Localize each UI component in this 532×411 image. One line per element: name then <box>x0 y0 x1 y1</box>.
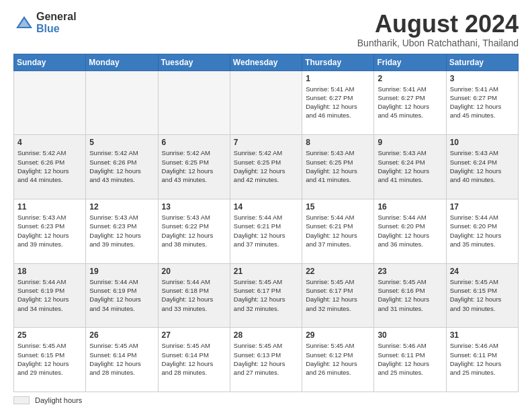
day-number: 17 <box>450 202 515 212</box>
day-number: 22 <box>306 267 370 276</box>
legend-label: Daylight hours <box>35 396 82 404</box>
day-number: 4 <box>17 138 82 147</box>
day-info: Sunrise: 5:46 AM Sunset: 6:11 PM Dayligh… <box>450 341 515 377</box>
day-info: Sunrise: 5:41 AM Sunset: 6:27 PM Dayligh… <box>450 85 515 120</box>
logo-text: General Blue <box>36 11 77 34</box>
calendar-day: 23Sunrise: 5:45 AM Sunset: 6:16 PM Dayli… <box>374 263 446 328</box>
day-info: Sunrise: 5:45 AM Sunset: 6:16 PM Dayligh… <box>378 277 442 313</box>
day-number: 26 <box>89 330 154 340</box>
day-header: Wednesday <box>230 54 302 71</box>
calendar-day: 8Sunrise: 5:43 AM Sunset: 6:25 PM Daylig… <box>302 135 374 199</box>
day-number: 18 <box>17 267 82 276</box>
calendar-day: 14Sunrise: 5:44 AM Sunset: 6:21 PM Dayli… <box>230 199 302 263</box>
day-info: Sunrise: 5:43 AM Sunset: 6:23 PM Dayligh… <box>17 213 82 248</box>
title-section: August 2024 Buntharik, Ubon Ratchathani,… <box>357 11 519 48</box>
day-number: 21 <box>234 267 298 276</box>
calendar-day: 4Sunrise: 5:42 AM Sunset: 6:26 PM Daylig… <box>14 135 86 199</box>
calendar-week: 4Sunrise: 5:42 AM Sunset: 6:26 PM Daylig… <box>14 135 519 199</box>
location: Buntharik, Ubon Ratchathani, Thailand <box>357 38 519 48</box>
month-year: August 2024 <box>357 11 519 38</box>
day-number: 25 <box>17 330 82 340</box>
calendar-day: 17Sunrise: 5:44 AM Sunset: 6:20 PM Dayli… <box>446 199 518 263</box>
day-number: 27 <box>162 330 226 340</box>
day-info: Sunrise: 5:45 AM Sunset: 6:15 PM Dayligh… <box>17 341 82 377</box>
day-number: 1 <box>306 74 370 83</box>
legend-box <box>13 396 30 404</box>
calendar-week: 1Sunrise: 5:41 AM Sunset: 6:27 PM Daylig… <box>14 71 519 135</box>
calendar-day: 19Sunrise: 5:44 AM Sunset: 6:19 PM Dayli… <box>86 263 158 328</box>
day-info: Sunrise: 5:44 AM Sunset: 6:20 PM Dayligh… <box>378 213 442 248</box>
day-number: 6 <box>162 138 226 147</box>
logo-blue: Blue <box>36 23 77 35</box>
day-info: Sunrise: 5:45 AM Sunset: 6:14 PM Dayligh… <box>162 341 226 377</box>
day-info: Sunrise: 5:45 AM Sunset: 6:17 PM Dayligh… <box>234 277 298 313</box>
day-number: 3 <box>450 74 515 83</box>
calendar-day: 22Sunrise: 5:45 AM Sunset: 6:17 PM Dayli… <box>302 263 374 328</box>
day-header: Sunday <box>14 54 86 71</box>
day-info: Sunrise: 5:44 AM Sunset: 6:19 PM Dayligh… <box>89 277 154 313</box>
calendar-table: SundayMondayTuesdayWednesdayThursdayFrid… <box>13 54 519 392</box>
calendar-day <box>230 71 302 135</box>
calendar-day: 24Sunrise: 5:45 AM Sunset: 6:15 PM Dayli… <box>446 263 518 328</box>
day-info: Sunrise: 5:45 AM Sunset: 6:14 PM Dayligh… <box>89 341 154 377</box>
day-number: 11 <box>17 202 82 212</box>
calendar-day: 16Sunrise: 5:44 AM Sunset: 6:20 PM Dayli… <box>374 199 446 263</box>
calendar-day: 1Sunrise: 5:41 AM Sunset: 6:27 PM Daylig… <box>302 71 374 135</box>
calendar-day <box>158 71 230 135</box>
day-number: 9 <box>378 138 442 147</box>
calendar-day: 18Sunrise: 5:44 AM Sunset: 6:19 PM Dayli… <box>14 263 86 328</box>
day-header: Tuesday <box>158 54 230 71</box>
day-info: Sunrise: 5:44 AM Sunset: 6:20 PM Dayligh… <box>450 213 515 248</box>
day-info: Sunrise: 5:43 AM Sunset: 6:24 PM Dayligh… <box>378 148 442 184</box>
footer-legend: Daylight hours <box>13 396 519 404</box>
calendar-day <box>14 71 86 135</box>
day-info: Sunrise: 5:43 AM Sunset: 6:22 PM Dayligh… <box>162 213 226 248</box>
day-info: Sunrise: 5:43 AM Sunset: 6:25 PM Dayligh… <box>306 148 370 184</box>
day-info: Sunrise: 5:43 AM Sunset: 6:24 PM Dayligh… <box>450 148 515 184</box>
calendar-day: 27Sunrise: 5:45 AM Sunset: 6:14 PM Dayli… <box>158 328 230 392</box>
day-info: Sunrise: 5:44 AM Sunset: 6:21 PM Dayligh… <box>306 213 370 248</box>
day-info: Sunrise: 5:46 AM Sunset: 6:11 PM Dayligh… <box>378 341 442 377</box>
calendar-week: 11Sunrise: 5:43 AM Sunset: 6:23 PM Dayli… <box>14 199 519 263</box>
calendar-day: 30Sunrise: 5:46 AM Sunset: 6:11 PM Dayli… <box>374 328 446 392</box>
day-info: Sunrise: 5:45 AM Sunset: 6:13 PM Dayligh… <box>234 341 298 377</box>
day-number: 13 <box>162 202 226 212</box>
day-number: 19 <box>89 267 154 276</box>
day-info: Sunrise: 5:41 AM Sunset: 6:27 PM Dayligh… <box>378 85 442 120</box>
day-info: Sunrise: 5:42 AM Sunset: 6:25 PM Dayligh… <box>234 148 298 184</box>
day-number: 14 <box>234 202 298 212</box>
day-number: 5 <box>89 138 154 147</box>
calendar-day: 26Sunrise: 5:45 AM Sunset: 6:14 PM Dayli… <box>86 328 158 392</box>
day-number: 23 <box>378 267 442 276</box>
calendar-day: 5Sunrise: 5:42 AM Sunset: 6:26 PM Daylig… <box>86 135 158 199</box>
day-info: Sunrise: 5:44 AM Sunset: 6:18 PM Dayligh… <box>162 277 226 313</box>
day-info: Sunrise: 5:42 AM Sunset: 6:26 PM Dayligh… <box>89 148 154 184</box>
day-info: Sunrise: 5:42 AM Sunset: 6:25 PM Dayligh… <box>162 148 226 184</box>
day-info: Sunrise: 5:45 AM Sunset: 6:15 PM Dayligh… <box>450 277 515 313</box>
calendar-day: 7Sunrise: 5:42 AM Sunset: 6:25 PM Daylig… <box>230 135 302 199</box>
calendar-week: 25Sunrise: 5:45 AM Sunset: 6:15 PM Dayli… <box>14 328 519 392</box>
logo-icon <box>15 13 34 32</box>
day-info: Sunrise: 5:42 AM Sunset: 6:26 PM Dayligh… <box>17 148 82 184</box>
day-number: 30 <box>378 330 442 340</box>
day-number: 24 <box>450 267 515 276</box>
calendar-day: 15Sunrise: 5:44 AM Sunset: 6:21 PM Dayli… <box>302 199 374 263</box>
day-number: 28 <box>234 330 298 340</box>
day-number: 20 <box>162 267 226 276</box>
day-header: Monday <box>86 54 158 71</box>
calendar-day: 13Sunrise: 5:43 AM Sunset: 6:22 PM Dayli… <box>158 199 230 263</box>
calendar-day: 3Sunrise: 5:41 AM Sunset: 6:27 PM Daylig… <box>446 71 518 135</box>
day-number: 2 <box>378 74 442 83</box>
calendar-day: 9Sunrise: 5:43 AM Sunset: 6:24 PM Daylig… <box>374 135 446 199</box>
calendar-day: 11Sunrise: 5:43 AM Sunset: 6:23 PM Dayli… <box>14 199 86 263</box>
calendar-day: 21Sunrise: 5:45 AM Sunset: 6:17 PM Dayli… <box>230 263 302 328</box>
calendar-day: 29Sunrise: 5:45 AM Sunset: 6:12 PM Dayli… <box>302 328 374 392</box>
calendar-day: 6Sunrise: 5:42 AM Sunset: 6:25 PM Daylig… <box>158 135 230 199</box>
day-info: Sunrise: 5:44 AM Sunset: 6:19 PM Dayligh… <box>17 277 82 313</box>
calendar-day: 31Sunrise: 5:46 AM Sunset: 6:11 PM Dayli… <box>446 328 518 392</box>
day-info: Sunrise: 5:41 AM Sunset: 6:27 PM Dayligh… <box>306 85 370 120</box>
day-number: 31 <box>450 330 515 340</box>
logo: General Blue <box>13 11 77 34</box>
day-number: 29 <box>306 330 370 340</box>
day-header: Thursday <box>302 54 374 71</box>
